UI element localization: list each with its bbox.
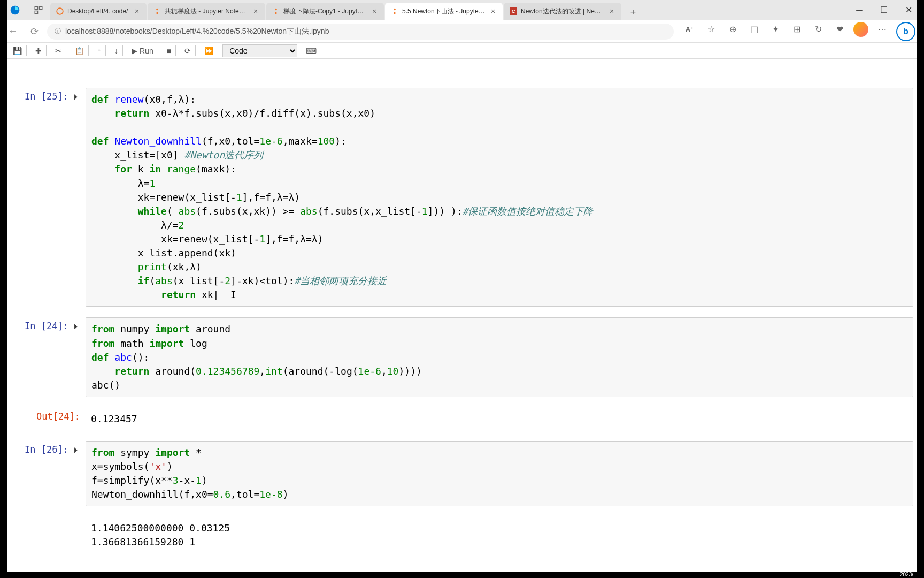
tab-3-active[interactable]: 5.5 Newton下山法 - Jupyter Not × <box>385 3 503 20</box>
code-cell-24[interactable]: In [24]: ⏵ from numpy import around from… <box>9 315 915 399</box>
output-text: 0.123457 <box>91 412 908 426</box>
restart-button[interactable]: ⟳ <box>180 45 196 56</box>
tab-title: 5.5 Newton下山法 - Jupyter Not <box>402 7 486 16</box>
status-date: 2023/ <box>900 572 913 577</box>
output-line: 1.36681366159280 1 <box>91 535 908 549</box>
favorites-bar-icon[interactable]: ✦ <box>768 22 783 37</box>
restart-run-all-button[interactable]: ⏩ <box>200 45 218 56</box>
svg-point-9 <box>394 9 396 11</box>
code-input[interactable]: def renew(x0,f,λ): return x0-λ*f.subs(x,… <box>86 88 913 307</box>
output-prompt-empty <box>11 517 86 553</box>
workspaces-icon[interactable] <box>32 4 45 17</box>
command-palette-button[interactable]: ⌨ <box>302 45 321 56</box>
site-info-icon[interactable]: ⓘ <box>55 27 61 36</box>
read-aloud-icon[interactable]: A⁺ <box>682 22 697 37</box>
close-icon[interactable]: × <box>251 7 260 16</box>
tab-title: Desktop/Left/4. code/ <box>67 7 129 15</box>
edge-logo-icon <box>9 4 21 17</box>
jupyter-toolbar: 💾 ✚ ✂ 📋 ↑ ↓ ▶ Run ■ ⟳ ⏩ Code ⌨ <box>0 43 924 59</box>
notebook-container: In [25]: ⏵ def renew(x0,f,λ): return x0-… <box>0 59 924 556</box>
bing-chat-button[interactable]: b <box>896 22 915 41</box>
svg-rect-2 <box>40 6 42 9</box>
code-cell-26[interactable]: In [26]: ⏵ from sympy import * x=symbols… <box>9 439 915 508</box>
tab-0[interactable]: Desktop/Left/4. code/ × <box>50 3 147 20</box>
close-icon[interactable]: × <box>370 7 379 16</box>
input-prompt: In [26]: ⏵ <box>11 441 86 506</box>
interrupt-button[interactable]: ■ <box>163 45 176 56</box>
svg-point-4 <box>57 8 63 14</box>
svg-point-5 <box>156 9 158 11</box>
output-area: 0.123457 <box>86 408 913 430</box>
move-up-button[interactable]: ↑ <box>93 45 106 56</box>
tab-1[interactable]: 共轭梯度法 - Jupyter Notebook × <box>148 3 265 20</box>
svg-point-7 <box>275 9 277 11</box>
code-content[interactable]: def renew(x0,f,λ): return x0-λ*f.subs(x,… <box>91 93 907 302</box>
code-input[interactable]: from sympy import * x=symbols('x') f=sim… <box>86 441 913 506</box>
save-button[interactable]: 💾 <box>9 45 27 56</box>
code-content[interactable]: from numpy import around from math impor… <box>91 322 907 392</box>
menu-icon[interactable]: ⋯ <box>875 22 890 37</box>
profile-avatar[interactable] <box>853 22 868 37</box>
svg-rect-3 <box>35 11 37 13</box>
code-cell-25[interactable]: In [25]: ⏵ def renew(x0,f,λ): return x0-… <box>9 86 915 309</box>
input-prompt: In [24]: ⏵ <box>11 317 86 397</box>
tab-strip: Desktop/Left/4. code/ × 共轭梯度法 - Jupyter … <box>50 0 847 20</box>
jupyter-icon <box>272 7 280 16</box>
collapse-toggle-icon[interactable]: ⏵ <box>71 91 80 307</box>
extensions-icon[interactable]: ❤ <box>832 22 847 37</box>
extension-icon[interactable]: ⊕ <box>725 22 740 37</box>
move-down-button[interactable]: ↓ <box>110 45 123 56</box>
svg-rect-1 <box>35 6 37 9</box>
output-cell-24: Out[24]: 0.123457 <box>9 406 915 432</box>
close-icon[interactable]: × <box>489 7 497 16</box>
svg-point-6 <box>156 12 158 14</box>
collapse-toggle-icon[interactable]: ⏵ <box>71 444 80 506</box>
output-area: 1.14062500000000 0.03125 1.3668136615928… <box>86 517 913 553</box>
window-controls: ─ ☐ ✕ <box>847 2 921 19</box>
tab-2[interactable]: 梯度下降法-Copy1 - Jupyter Not × <box>266 3 384 20</box>
url-input[interactable]: ⓘ localhost:8888/notebooks/Desktop/Left/… <box>47 24 674 40</box>
browser-titlebar: Desktop/Left/4. code/ × 共轭梯度法 - Jupyter … <box>0 0 924 20</box>
cell-type-select[interactable]: Code <box>222 44 297 57</box>
input-prompt: In [25]: ⏵ <box>11 88 86 307</box>
split-screen-icon[interactable]: ◫ <box>746 22 761 37</box>
close-icon[interactable]: × <box>133 7 141 16</box>
address-bar: ← ⟳ ⓘ localhost:8888/notebooks/Desktop/L… <box>0 20 924 43</box>
output-line: 1.14062500000000 0.03125 <box>91 521 908 535</box>
tab-title: 梯度下降法-Copy1 - Jupyter Not <box>283 7 367 16</box>
history-icon[interactable]: ↻ <box>811 22 826 37</box>
svg-point-10 <box>394 12 396 14</box>
tab-4[interactable]: C Newton迭代法的改进 | Newton × <box>504 3 621 20</box>
output-prompt: Out[24]: <box>11 408 86 430</box>
svg-text:C: C <box>512 9 515 14</box>
copy-button[interactable]: 📋 <box>71 45 89 56</box>
new-tab-button[interactable]: + <box>626 5 641 20</box>
svg-point-8 <box>275 12 277 14</box>
tab-title: 共轭梯度法 - Jupyter Notebook <box>165 7 248 16</box>
code-input[interactable]: from numpy import around from math impor… <box>86 317 913 397</box>
output-cell-26: 1.14062500000000 0.03125 1.3668136615928… <box>9 515 915 556</box>
close-icon[interactable]: × <box>607 7 616 16</box>
jupyter-icon <box>390 7 399 16</box>
status-bar: 2023/ <box>0 572 924 578</box>
run-button[interactable]: ▶ Run <box>127 45 158 56</box>
site-icon: C <box>509 7 518 16</box>
cut-button[interactable]: ✂ <box>51 45 66 56</box>
insert-cell-button[interactable]: ✚ <box>31 45 47 56</box>
tab-title: Newton迭代法的改进 | Newton <box>521 7 604 16</box>
collections-icon[interactable]: ⊞ <box>789 22 804 37</box>
maximize-button[interactable]: ☐ <box>872 2 896 19</box>
favorite-icon[interactable]: ☆ <box>704 22 719 37</box>
minimize-button[interactable]: ─ <box>847 2 872 19</box>
url-text: localhost:8888/notebooks/Desktop/Left/4.… <box>65 27 329 36</box>
jupyter-icon <box>56 7 64 16</box>
code-content[interactable]: from sympy import * x=symbols('x') f=sim… <box>91 446 907 501</box>
refresh-button[interactable]: ⟳ <box>26 23 43 40</box>
collapse-toggle-icon[interactable]: ⏵ <box>71 321 80 397</box>
jupyter-icon <box>153 7 161 16</box>
